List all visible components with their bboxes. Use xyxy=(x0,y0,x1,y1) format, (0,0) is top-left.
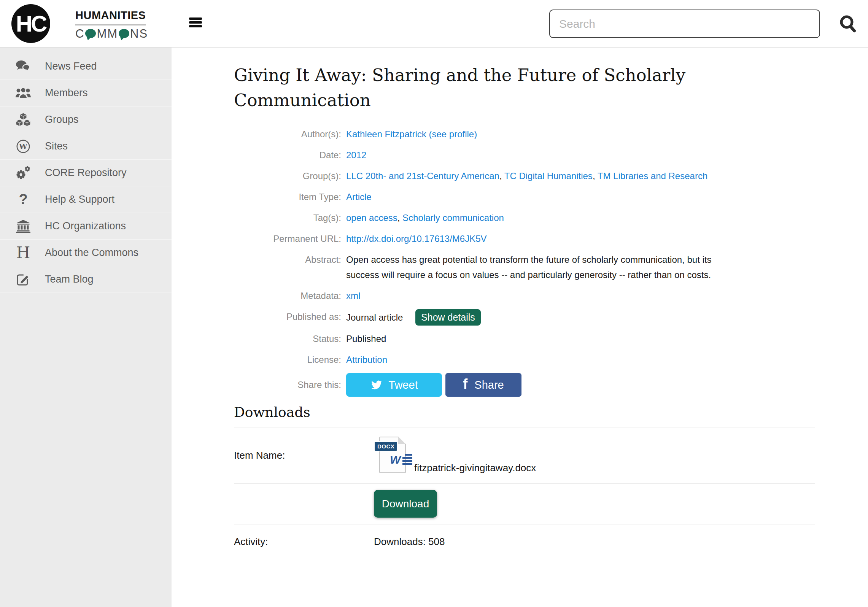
docx-badge: DOCX xyxy=(374,441,398,451)
meta-row-license: License: Attribution xyxy=(234,352,815,367)
main-content: Giving It Away: Sharing and the Future o… xyxy=(172,48,868,607)
sidebar-item-members[interactable]: Members xyxy=(0,79,172,106)
header: HC HUMANITIES C MM NS xyxy=(0,0,868,48)
file-name: fitzpatrick-givingitaway.docx xyxy=(414,462,536,474)
download-row: Download xyxy=(234,484,815,524)
field-label: Group(s): xyxy=(234,168,341,184)
brand-commons: C MM NS xyxy=(75,27,148,41)
item-name-label: Item Name: xyxy=(234,450,374,461)
sidebar-item-label: Members xyxy=(45,87,88,99)
twitter-bird-icon xyxy=(370,380,383,390)
brand-wordmark[interactable]: HUMANITIES C MM NS xyxy=(75,9,148,41)
permanent-url-link[interactable]: http://dx.doi.org/10.17613/M6JK5V xyxy=(346,234,487,244)
meta-row-metadata: Metadata: xml xyxy=(234,288,815,304)
group-link[interactable]: TC Digital Humanities xyxy=(504,171,593,181)
docx-file-icon: W DOCX xyxy=(374,437,407,474)
metadata-table: Author(s): Kathleen Fitzpatrick (see pro… xyxy=(234,127,815,397)
search-input[interactable] xyxy=(549,10,820,38)
page-title-line1: Giving It Away: Sharing and the Future o… xyxy=(234,63,815,88)
sidebar-item-hc-organizations[interactable]: HC Organizations xyxy=(0,213,172,239)
meta-row-tags: Tag(s): open access, Scholarly communica… xyxy=(234,210,815,226)
sidebar-item-about-the-commons[interactable]: H About the Commons xyxy=(0,239,172,266)
sidebar-item-sites[interactable]: W Sites xyxy=(0,133,172,159)
sidebar-item-label: Sites xyxy=(45,140,68,152)
sidebar-item-groups[interactable]: Groups xyxy=(0,106,172,133)
downloads-heading: Downloads xyxy=(234,404,815,420)
meta-row-groups: Group(s): LLC 20th- and 21st-Century Ame… xyxy=(234,168,815,184)
edit-icon xyxy=(14,272,32,286)
bank-icon xyxy=(14,220,32,233)
abstract-text: Open access has great potential to trans… xyxy=(346,252,727,283)
meta-row-date: Date: 2012 xyxy=(234,148,815,163)
show-details-button[interactable]: Show details xyxy=(415,309,481,326)
field-label: Abstract: xyxy=(234,252,341,283)
tweet-button[interactable]: Tweet xyxy=(346,373,442,397)
hamburger-menu-icon[interactable] xyxy=(189,17,202,29)
search-icon[interactable] xyxy=(838,14,858,33)
svg-text:W: W xyxy=(19,142,27,150)
field-label: Metadata: xyxy=(234,288,341,304)
cubes-icon xyxy=(14,113,32,127)
sidebar-item-label: CORE Repository xyxy=(45,167,127,179)
item-name-row: Item Name: W DOCX fitzpatrick-givingitaw… xyxy=(234,427,815,483)
meta-row-item-type: Item Type: Article xyxy=(234,189,815,205)
activity-label: Activity: xyxy=(234,536,374,548)
field-label: Author(s): xyxy=(234,127,341,142)
status-value: Published xyxy=(346,331,386,346)
page-title-line2: Communication xyxy=(234,88,815,113)
separator: , xyxy=(499,171,502,181)
hc-logo-text: HC xyxy=(16,11,46,37)
group-link[interactable]: TM Libraries and Research xyxy=(598,171,707,181)
sidebar-item-label: Team Blog xyxy=(45,273,94,285)
group-link[interactable]: LLC 20th- and 21st-Century American xyxy=(346,171,499,181)
date-link[interactable]: 2012 xyxy=(346,150,366,160)
meta-row-share: Share this: Tweet f Share xyxy=(234,373,815,397)
share-button-label: Share xyxy=(474,379,504,391)
facebook-f-icon: f xyxy=(463,376,467,392)
separator: , xyxy=(593,171,595,181)
users-icon xyxy=(14,87,32,99)
field-label: Status: xyxy=(234,331,341,346)
item-type-link[interactable]: Article xyxy=(346,192,372,202)
sidebar-item-label: Help & Support xyxy=(45,194,114,205)
comments-icon xyxy=(14,60,32,73)
tag-link[interactable]: Scholarly communication xyxy=(402,213,504,223)
download-button[interactable]: Download xyxy=(374,490,437,518)
field-label: Date: xyxy=(234,148,341,163)
sidebar-item-news-feed[interactable]: News Feed xyxy=(0,53,172,79)
separator: , xyxy=(397,213,400,223)
activity-value: Downloads: 508 xyxy=(374,536,445,548)
field-label: Tag(s): xyxy=(234,210,341,226)
commons-letters-ns: NS xyxy=(130,27,148,41)
sidebar-item-label: News Feed xyxy=(45,60,97,72)
hc-logo[interactable]: HC xyxy=(11,4,50,43)
author-link[interactable]: Kathleen Fitzpatrick (see profile) xyxy=(346,129,477,139)
facebook-share-button[interactable]: f Share xyxy=(445,373,521,397)
sidebar-item-team-blog[interactable]: Team Blog xyxy=(0,266,172,292)
brand-humanities: HUMANITIES xyxy=(75,9,146,25)
license-link[interactable]: Attribution xyxy=(346,354,387,365)
metadata-xml-link[interactable]: xml xyxy=(346,291,360,301)
tag-link[interactable]: open access xyxy=(346,213,397,223)
sidebar-item-label: HC Organizations xyxy=(45,220,126,232)
field-label: Published as: xyxy=(234,309,341,326)
published-as-value: Journal article xyxy=(346,312,403,323)
wordpress-icon: W xyxy=(14,139,32,154)
question-icon: ? xyxy=(14,191,32,208)
page-title: Giving It Away: Sharing and the Future o… xyxy=(234,63,815,113)
tweet-button-label: Tweet xyxy=(388,379,418,391)
field-label: Permanent URL: xyxy=(234,231,341,246)
sidebar: News Feed Members Groups xyxy=(0,48,172,607)
meta-row-permanent-url: Permanent URL: http://dx.doi.org/10.1761… xyxy=(234,231,815,246)
meta-row-author: Author(s): Kathleen Fitzpatrick (see pro… xyxy=(234,127,815,142)
speech-bubble-icon xyxy=(85,29,96,38)
letter-h-icon: H xyxy=(14,243,32,262)
meta-row-status: Status: Published xyxy=(234,331,815,346)
sidebar-item-label: Groups xyxy=(45,114,79,126)
commons-letters-mm: MM xyxy=(97,27,118,41)
commons-letter-c: C xyxy=(75,27,84,41)
field-label: License: xyxy=(234,352,341,367)
field-label: Share this: xyxy=(234,377,341,392)
sidebar-item-core-repository[interactable]: CORE Repository xyxy=(0,159,172,186)
sidebar-item-help-support[interactable]: ? Help & Support xyxy=(0,186,172,213)
